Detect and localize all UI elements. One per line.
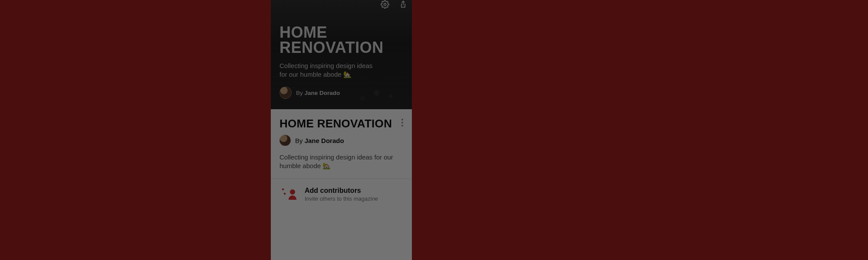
panel-description: Collecting inspiring design ideas for ou… xyxy=(279,153,403,179)
hero-header: HOME RENOVATION Collecting inspiring des… xyxy=(271,0,412,109)
hero-title: HOME RENOVATION xyxy=(279,25,403,55)
panel-header-row: HOME RENOVATION xyxy=(279,117,403,130)
svg-point-0 xyxy=(384,3,386,6)
gear-icon[interactable] xyxy=(381,0,389,10)
author-name: Jane Dorado xyxy=(305,137,344,144)
panel-author-text: By Jane Dorado xyxy=(295,137,344,144)
add-contributors-title: Add contributors xyxy=(305,187,378,195)
panel-title: HOME RENOVATION xyxy=(279,117,399,130)
by-label: By xyxy=(295,137,303,144)
hero-action-bar xyxy=(381,0,408,10)
panel-author-row[interactable]: By Jane Dorado xyxy=(279,135,403,146)
magazine-detail-panel: HOME RENOVATION By Jane Dorado Collectin… xyxy=(271,109,412,210)
more-vert-icon[interactable] xyxy=(401,117,403,127)
hero-author-text: By Jane Dorado xyxy=(296,90,340,96)
hero-description: Collecting inspiring design ideas for ou… xyxy=(279,62,375,79)
add-contributors-row[interactable]: Add contributors Invite others to this m… xyxy=(279,179,403,210)
hero-author-row[interactable]: By Jane Dorado xyxy=(279,87,403,99)
add-contributors-text: Add contributors Invite others to this m… xyxy=(305,187,378,202)
avatar xyxy=(279,135,291,146)
author-name: Jane Dorado xyxy=(305,90,340,96)
by-label: By xyxy=(296,90,303,96)
add-contributors-subtitle: Invite others to this magazine xyxy=(305,195,378,202)
share-icon[interactable] xyxy=(399,0,408,10)
hero-content: HOME RENOVATION Collecting inspiring des… xyxy=(279,25,403,99)
avatar xyxy=(279,87,292,99)
add-person-icon xyxy=(282,188,295,200)
app-frame: HOME RENOVATION Collecting inspiring des… xyxy=(271,0,412,260)
